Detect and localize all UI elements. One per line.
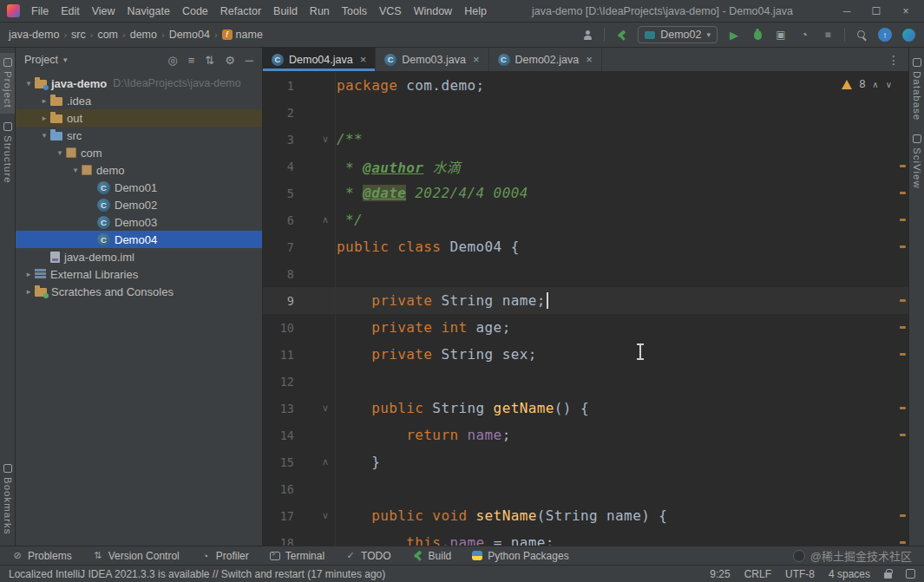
user-icon[interactable] [580,27,594,43]
tree-item-external-libraries[interactable]: ▸External Libraries [16,265,262,283]
tool-stripe-project[interactable]: Project [0,53,15,114]
code-line-18[interactable]: 18 this.name = name; [263,529,908,546]
fold-icon[interactable]: ∨ [294,134,335,145]
collapse-all-icon[interactable]: ⇅ [205,54,214,67]
tab-demo02-java[interactable]: CDemo02.java× [489,48,602,71]
code-line-12[interactable]: 12 [263,368,908,395]
run-config-select[interactable]: Demo02 ▾ [638,26,718,43]
line-ending[interactable]: CRLF [744,568,771,580]
project-panel-title[interactable]: Project [24,54,58,66]
tree-item-demo[interactable]: ▾demo [16,161,262,179]
sort-icon[interactable]: ≡ [188,54,195,67]
code-line-17[interactable]: 17∨ public void setName(String name) { [263,502,908,529]
profiler-icon[interactable]: ◔ [797,27,811,43]
tree-item-demo02[interactable]: CDemo02 [16,196,262,213]
tool-stripe-sciview[interactable]: SciView [909,129,924,194]
menu-code[interactable]: Code [176,0,214,23]
menu-edit[interactable]: Edit [55,0,86,23]
prev-issue-icon[interactable]: ∧ [872,80,878,89]
tree-item-scratches-and-consoles[interactable]: ▸Scratches and Consoles [16,283,262,300]
breadcrumb-item-com[interactable]: com [97,29,118,41]
next-issue-icon[interactable]: ∨ [886,80,892,89]
menu-navigate[interactable]: Navigate [121,0,176,23]
code-line-7[interactable]: 7public class Demo04 { [263,233,908,260]
code-line-11[interactable]: 11 private String sex; [263,341,908,368]
tree-item-com[interactable]: ▾com [16,144,262,161]
warning-mark[interactable] [900,407,906,409]
code-line-9[interactable]: 9 private String name; [263,287,908,314]
breadcrumb-item-demo[interactable]: demo [130,29,157,41]
code-line-3[interactable]: 3∨/** [263,126,908,153]
status-widget-icon[interactable] [906,569,915,579]
breadcrumb-item-demo04[interactable]: Demo04 [169,29,210,41]
code-line-10[interactable]: 10 private int age; [263,314,908,341]
tree-item-demo03[interactable]: CDemo03 [16,213,262,231]
tree-item-demo04[interactable]: CDemo04 [16,231,262,248]
fold-icon[interactable]: ∨ [294,510,335,521]
code-line-6[interactable]: 6∧ */ [263,206,908,233]
code-line-13[interactable]: 13∨ public String getName() { [263,395,908,422]
toolwindow-profiler[interactable]: ◔Profiler [200,550,249,562]
update-available-icon[interactable]: ↑ [878,28,892,42]
fold-icon[interactable]: ∧ [294,214,335,226]
scrollbar-marks[interactable] [898,72,908,546]
chevron-icon[interactable]: ▸ [38,96,50,105]
tool-stripe-structure[interactable]: Structure [0,117,15,189]
toolwindow-build[interactable]: Build [412,550,452,562]
code-line-2[interactable]: 2 [263,99,908,126]
code-line-15[interactable]: 15∧ } [263,448,908,475]
close-tab-icon[interactable]: × [360,53,367,66]
toolwindow-python-packages[interactable]: Python Packages [472,550,568,562]
minimize-button[interactable]: ─ [832,0,862,23]
code-with-me-icon[interactable] [901,27,915,43]
warning-mark[interactable] [900,165,906,167]
code-line-5[interactable]: 5 * @date 2022/4/4 0004 [263,180,908,206]
menu-refactor[interactable]: Refactor [214,0,267,23]
tree-item-java-demo-iml[interactable]: java-demo.iml [16,248,262,265]
tab-demo03-java[interactable]: CDemo03.java× [376,48,488,71]
toolwindow-todo[interactable]: ✓TODO [345,550,390,562]
warning-mark[interactable] [900,245,906,248]
code-line-1[interactable]: 1package com.demo; [263,72,908,99]
breadcrumb-item-java-demo[interactable]: java-demo [9,29,59,41]
menu-tools[interactable]: Tools [336,0,373,23]
chevron-icon[interactable]: ▸ [23,270,35,278]
close-tab-icon[interactable]: × [586,53,593,66]
close-tab-icon[interactable]: × [473,53,480,66]
maximize-button[interactable]: ☐ [862,0,891,23]
toolwindow-problems[interactable]: ⊘Problems [12,550,72,562]
menu-vcs[interactable]: VCS [373,0,408,23]
fold-icon[interactable]: ∨ [294,402,335,414]
run-icon[interactable]: ▶ [727,27,741,43]
menu-view[interactable]: View [86,0,121,23]
lock-icon[interactable] [884,572,892,579]
chevron-icon[interactable]: ▾ [54,148,66,157]
tree-item-src[interactable]: ▾src [16,127,262,144]
warning-mark[interactable] [900,434,906,436]
toolwindow-terminal[interactable]: Terminal [270,550,324,562]
breadcrumb-item-src[interactable]: src [71,29,86,41]
tab-options-icon[interactable]: ⋮ [879,48,908,71]
chevron-icon[interactable]: ▾ [23,79,35,88]
tool-stripe-database[interactable]: Database [909,53,924,126]
tab-demo04-java[interactable]: CDemo04.java× [263,48,376,71]
code-line-8[interactable]: 8 [263,260,908,287]
warning-mark[interactable] [900,219,906,221]
menu-build[interactable]: Build [267,0,304,23]
debug-icon[interactable] [750,27,764,43]
locate-icon[interactable]: ◎ [167,54,177,67]
warning-mark[interactable] [900,541,906,544]
chevron-down-icon[interactable]: ▾ [63,56,68,64]
warning-mark[interactable] [900,299,906,302]
build-hammer-icon[interactable] [614,27,628,43]
status-message[interactable]: Localized IntelliJ IDEA 2021.3.3 is avai… [9,568,385,580]
hide-panel-icon[interactable]: ─ [246,54,253,67]
file-encoding[interactable]: UTF-8 [785,568,815,580]
breadcrumb-item-name[interactable]: fname [222,29,263,41]
menu-help[interactable]: Help [458,0,493,23]
tool-stripe-bookmarks[interactable]: Bookmarks [0,459,15,540]
indent-setting[interactable]: 4 spaces [829,568,870,580]
tree-item--idea[interactable]: ▸.idea [16,92,262,109]
warning-mark[interactable] [900,353,906,356]
chevron-icon[interactable]: ▾ [69,166,82,174]
